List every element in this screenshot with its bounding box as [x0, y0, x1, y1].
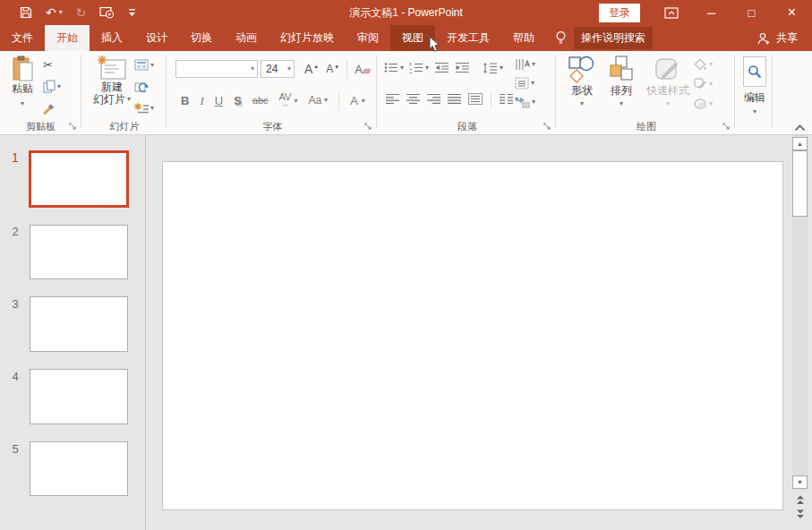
shape-effects-icon: [694, 98, 707, 110]
underline-button[interactable]: U: [215, 95, 223, 107]
change-case-dropdown-icon: ▾: [324, 97, 328, 104]
slide-thumbnail-4[interactable]: [30, 369, 128, 424]
shapes-dropdown-icon[interactable]: ▾: [580, 100, 584, 107]
tab-insert[interactable]: 插入: [90, 25, 134, 51]
tab-file[interactable]: 文件: [0, 25, 45, 51]
eraser-icon: [363, 69, 371, 73]
section-button[interactable]: ▾: [134, 100, 154, 115]
close-button[interactable]: ×: [772, 0, 812, 25]
arrange-label: 排列: [611, 84, 632, 97]
align-center-icon: [406, 93, 420, 105]
align-left-button[interactable]: [386, 93, 399, 105]
maximize-button[interactable]: □: [731, 0, 772, 25]
strikethrough-button[interactable]: abc: [252, 96, 269, 106]
signin-button[interactable]: 登录: [599, 4, 640, 22]
increase-font-size-button[interactable]: A▲: [304, 63, 319, 75]
tab-home[interactable]: 开始: [45, 25, 90, 51]
text-direction-icon: [515, 58, 530, 71]
increase-indent-button[interactable]: [455, 60, 470, 75]
tab-slideshow[interactable]: 幻灯片放映: [269, 25, 346, 51]
paste-label: 粘贴: [12, 82, 33, 95]
scroll-up-button[interactable]: ▲: [792, 137, 808, 150]
share-label: 共享: [776, 30, 798, 46]
text-shadow-button[interactable]: S: [234, 95, 242, 107]
reset-slide-button[interactable]: [134, 79, 154, 94]
copy-button[interactable]: ▾: [43, 79, 61, 94]
arrange-icon: [609, 56, 634, 84]
new-slide-button[interactable]: 新建 幻灯片 ▾: [91, 56, 132, 106]
change-case-button[interactable]: Aa ▾: [308, 95, 328, 106]
format-painter-button[interactable]: [43, 100, 61, 115]
share-person-icon: [757, 32, 771, 45]
character-spacing-button[interactable]: AV↔ ▾: [279, 92, 298, 108]
previous-slide-button[interactable]: [794, 494, 807, 505]
clear-formatting-button[interactable]: A: [355, 64, 370, 75]
paragraph-dialog-launcher[interactable]: [543, 123, 552, 132]
numbering-button[interactable]: ▾: [409, 60, 429, 75]
section-dropdown-icon[interactable]: ▾: [150, 105, 154, 112]
tab-animations[interactable]: 动画: [224, 25, 269, 51]
slide-thumbnail-3[interactable]: [30, 296, 128, 352]
paste-button[interactable]: 粘贴 ▾: [5, 56, 39, 107]
clipboard-dialog-launcher[interactable]: [69, 123, 78, 132]
arrange-dropdown-icon[interactable]: ▾: [620, 100, 623, 107]
distribute-text-button[interactable]: [468, 93, 483, 105]
slide-layout-button[interactable]: ▾: [134, 57, 154, 73]
shape-effects-button[interactable]: ▾: [694, 96, 713, 111]
ribbon-display-options-button[interactable]: [664, 7, 679, 19]
tab-developer[interactable]: 开发工具: [435, 25, 501, 51]
collapse-ribbon-button[interactable]: [794, 124, 806, 132]
slide-thumbnail-2[interactable]: [30, 225, 128, 279]
tab-help[interactable]: 帮助: [501, 25, 546, 51]
editing-button[interactable]: 编辑 ▾: [739, 56, 771, 115]
quick-styles-button[interactable]: 快速样式 ▾: [642, 56, 694, 107]
italic-button[interactable]: I: [200, 95, 203, 107]
minimize-button[interactable]: ─: [691, 0, 731, 25]
decrease-indent-button[interactable]: [434, 60, 449, 75]
font-color-button[interactable]: A ▾: [350, 95, 365, 107]
shape-outline-button[interactable]: ▾: [694, 76, 713, 91]
slide-layout-dropdown-icon[interactable]: ▾: [150, 62, 154, 69]
tellme-search-box[interactable]: 操作说明搜索: [574, 27, 653, 49]
find-magnifier-icon: [748, 64, 762, 79]
tab-design[interactable]: 设计: [134, 25, 179, 51]
decrease-font-size-button[interactable]: A▼: [326, 64, 339, 74]
tab-review[interactable]: 审阅: [346, 25, 390, 51]
font-size-combobox[interactable]: 24 ▾: [261, 60, 295, 78]
drawing-dialog-launcher[interactable]: [722, 123, 731, 132]
paste-dropdown-icon[interactable]: ▾: [21, 100, 24, 107]
slide-thumbnail-1[interactable]: [29, 150, 129, 208]
previous-slide-icon: [796, 495, 805, 505]
slide-number-1: 1: [9, 150, 21, 165]
tab-transitions[interactable]: 切换: [179, 25, 224, 51]
justify-button[interactable]: [448, 93, 461, 105]
tab-view[interactable]: 视图: [390, 25, 435, 51]
scrollbar-thumb[interactable]: [792, 150, 808, 217]
align-center-button[interactable]: [406, 93, 420, 105]
font-dialog-launcher[interactable]: [364, 123, 373, 132]
text-direction-button[interactable]: ▾: [515, 56, 535, 72]
align-right-button[interactable]: [427, 93, 440, 105]
arrange-button[interactable]: 排列 ▾: [604, 56, 638, 107]
bullets-icon: [384, 62, 398, 73]
convert-to-smartart-button[interactable]: ▾: [515, 94, 535, 109]
slide-canvas[interactable]: [162, 161, 783, 510]
line-spacing-button[interactable]: ▾: [483, 60, 503, 75]
copy-dropdown-icon[interactable]: ▾: [57, 83, 61, 90]
shape-fill-button[interactable]: ▾: [694, 56, 713, 72]
share-button[interactable]: 共享: [757, 25, 798, 51]
bullets-dropdown-icon: ▾: [400, 64, 404, 72]
align-text-icon: [515, 77, 529, 90]
editing-dropdown-icon[interactable]: ▾: [753, 108, 756, 115]
scroll-down-button[interactable]: ▼: [792, 475, 808, 489]
slide-thumbnail-5[interactable]: [30, 441, 128, 496]
new-slide-dropdown-icon[interactable]: ▾: [127, 96, 131, 103]
align-text-button[interactable]: ▾: [515, 75, 535, 90]
cut-button[interactable]: ✂: [43, 57, 61, 73]
shapes-button[interactable]: 形状 ▾: [565, 56, 599, 107]
font-name-combobox[interactable]: ▾: [175, 60, 258, 78]
next-slide-button[interactable]: [794, 509, 807, 519]
bullets-button[interactable]: ▾: [384, 60, 404, 75]
bold-button[interactable]: B: [181, 95, 189, 107]
line-spacing-icon: [483, 62, 498, 74]
